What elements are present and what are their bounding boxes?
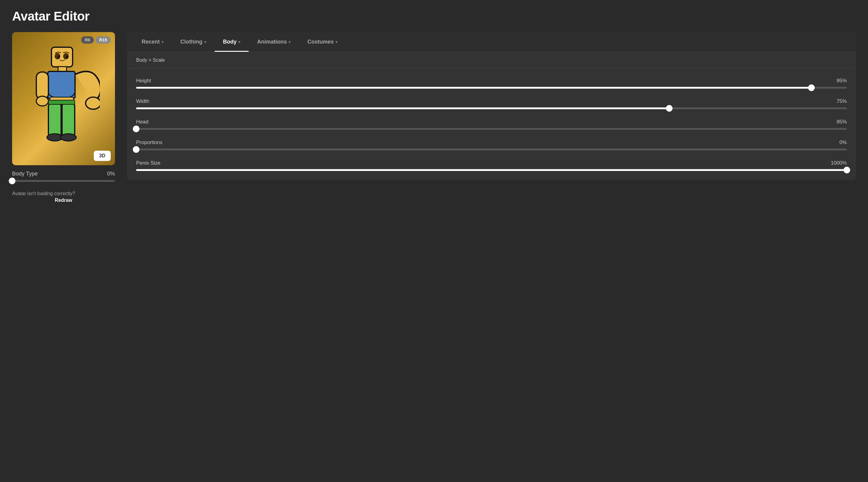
svg-point-14 bbox=[61, 134, 76, 141]
avatar-3d-button[interactable]: 3D bbox=[94, 151, 111, 161]
slider-row-head: Head 95% bbox=[136, 119, 847, 130]
chevron-down-icon: ▾ bbox=[204, 40, 206, 44]
slider-value-height: 95% bbox=[837, 78, 847, 84]
redraw-button[interactable]: Redraw bbox=[12, 198, 115, 203]
slider-value-penis-size: 1000% bbox=[831, 160, 847, 166]
height-slider[interactable] bbox=[136, 87, 847, 89]
body-type-label: Body Type bbox=[12, 171, 38, 177]
slider-label-proportions: Proportions bbox=[136, 140, 162, 146]
penis-size-slider[interactable] bbox=[136, 169, 847, 171]
tab-clothing[interactable]: Clothing ▾ bbox=[172, 32, 215, 52]
svg-point-4 bbox=[66, 55, 68, 58]
svg-rect-0 bbox=[52, 47, 72, 67]
slider-label-penis-size: Penis Size bbox=[136, 160, 160, 166]
slider-value-head: 95% bbox=[837, 119, 847, 125]
right-panel: Recent ▾ Clothing ▾ Body ▾ Animations ▾ … bbox=[127, 32, 856, 180]
tab-bar: Recent ▾ Clothing ▾ Body ▾ Animations ▾ … bbox=[127, 32, 856, 52]
slider-label-head: Head bbox=[136, 119, 149, 125]
badge-r15[interactable]: R15 bbox=[96, 36, 111, 43]
slider-row-penis-size: Penis Size 1000% bbox=[136, 160, 847, 171]
chevron-down-icon: ▾ bbox=[289, 40, 290, 44]
slider-value-width: 75% bbox=[837, 98, 847, 104]
svg-point-3 bbox=[57, 55, 60, 58]
avatar-warning: Avatar isn't loading correctly? bbox=[12, 191, 115, 197]
body-type-value: 0% bbox=[107, 171, 115, 177]
tab-costumes[interactable]: Costumes ▾ bbox=[299, 32, 346, 52]
avatar-svg bbox=[27, 41, 100, 156]
breadcrumb: Body > Scale bbox=[127, 52, 856, 69]
slider-row-proportions: Proportions 0% bbox=[136, 140, 847, 150]
body-type-header: Body Type 0% bbox=[12, 171, 115, 177]
svg-rect-15 bbox=[49, 100, 75, 104]
slider-value-proportions: 0% bbox=[839, 140, 847, 146]
tab-recent[interactable]: Recent ▾ bbox=[133, 32, 172, 52]
slider-label-width: Width bbox=[136, 98, 149, 104]
body-type-section: Body Type 0% bbox=[12, 171, 115, 182]
sliders-section: Height 95% Width 75% bbox=[127, 69, 856, 180]
svg-rect-8 bbox=[36, 72, 49, 99]
svg-point-9 bbox=[36, 96, 49, 106]
svg-rect-11 bbox=[49, 103, 61, 137]
chevron-down-icon: ▾ bbox=[161, 40, 163, 44]
main-layout: R6 R15 bbox=[12, 32, 856, 203]
chevron-down-icon: ▾ bbox=[239, 40, 240, 44]
avatar-badges: R6 R15 bbox=[81, 36, 111, 43]
svg-rect-12 bbox=[62, 103, 75, 137]
body-type-slider[interactable] bbox=[12, 180, 115, 182]
avatar-preview: R6 R15 bbox=[12, 32, 115, 165]
tab-animations[interactable]: Animations ▾ bbox=[249, 32, 299, 52]
slider-row-height: Height 95% bbox=[136, 78, 847, 89]
slider-row-width: Width 75% bbox=[136, 98, 847, 109]
page-title: Avatar Editor bbox=[12, 9, 856, 24]
slider-label-height: Height bbox=[136, 78, 151, 84]
left-panel: R6 R15 bbox=[12, 32, 115, 203]
head-slider[interactable] bbox=[136, 128, 847, 130]
width-slider[interactable] bbox=[136, 108, 847, 109]
proportions-slider[interactable] bbox=[136, 149, 847, 150]
tab-body[interactable]: Body ▾ bbox=[215, 32, 249, 52]
svg-point-10 bbox=[86, 97, 100, 109]
badge-r6[interactable]: R6 bbox=[81, 36, 94, 43]
chevron-down-icon: ▾ bbox=[336, 40, 337, 44]
